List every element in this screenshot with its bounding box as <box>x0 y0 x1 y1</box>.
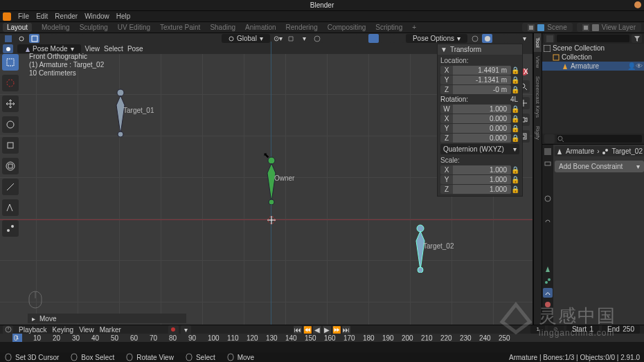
outliner-row-scene[interactable]: Scene Collection <box>542 44 644 53</box>
outliner-editor-icon[interactable] <box>544 34 555 43</box>
outliner-search-input[interactable] <box>557 35 629 42</box>
property-breadcrumb[interactable]: Armature › Target_02 <box>555 146 644 156</box>
outliner-filter-icon[interactable] <box>632 34 642 43</box>
ptab-output-icon[interactable] <box>543 159 553 168</box>
vp-menu-select[interactable]: Select <box>104 45 123 53</box>
shading-solid-btn[interactable] <box>482 34 492 43</box>
tab-animation[interactable]: Animation <box>245 24 276 31</box>
current-frame-input[interactable]: 1 <box>530 325 544 334</box>
transform-field[interactable]: Y1.000🔒 <box>440 175 519 184</box>
tl-menu-marker[interactable]: Marker <box>100 326 121 334</box>
proportional-toggle[interactable] <box>312 34 323 43</box>
tab-add[interactable]: + <box>412 24 416 31</box>
transform-field[interactable]: Z1.000🔒 <box>440 185 519 194</box>
editor-type-icon[interactable] <box>3 34 13 43</box>
start-frame-input[interactable]: Start 1 <box>566 325 599 334</box>
ptab-bone-icon[interactable] <box>543 276 553 286</box>
transform-field[interactable]: Z-0 m🔒 <box>440 85 519 94</box>
add-bone-constraint-dropdown[interactable]: Add Bone Constraint ▾ <box>555 161 644 172</box>
menu-file[interactable]: File <box>18 12 29 20</box>
n-panel-transform-header[interactable]: ▼ Transform <box>438 44 522 55</box>
menu-window[interactable]: Window <box>84 12 109 20</box>
shading-lookdev-icon[interactable] <box>494 34 505 43</box>
lock-icon[interactable]: 🔒 <box>511 125 519 132</box>
transform-field[interactable]: X1.4491 m🔒 <box>440 66 519 75</box>
shading-rendered-icon[interactable] <box>507 34 517 43</box>
ptab-armature-icon[interactable] <box>543 264 553 274</box>
tl-menu-playback[interactable]: Playback <box>19 326 47 334</box>
lock-icon[interactable]: 🔒 <box>511 134 519 142</box>
tab-layout[interactable]: Layout <box>3 23 32 32</box>
transform-field[interactable]: Y-1.1341 m🔒 <box>440 75 519 84</box>
bone-owner[interactable]: Owner <box>262 156 281 205</box>
vis-icons[interactable]: 👤👁 <box>627 62 643 70</box>
properties-editor-icon[interactable] <box>544 134 555 143</box>
cursor-tool-icon[interactable] <box>16 34 26 43</box>
ptab-world-icon[interactable] <box>543 194 553 203</box>
lock-icon[interactable]: 🔒 <box>511 76 519 84</box>
overlay-toggle[interactable] <box>381 34 391 43</box>
timeline-editor-icon[interactable] <box>3 325 13 334</box>
ptab-scene-icon[interactable] <box>543 182 553 192</box>
scene-selector[interactable]: Scene <box>522 23 572 32</box>
timeline-ruler[interactable]: 1 01020304050607080901001101201301401501… <box>0 334 644 342</box>
n-tab-screencast[interactable]: Screencast Keys <box>534 72 542 122</box>
breakdowner-tool[interactable] <box>2 220 19 237</box>
cursor-tool[interactable] <box>2 75 19 91</box>
tab-texturepaint[interactable]: Texture Paint <box>160 24 200 31</box>
last-operator-panel[interactable]: ▸ Move <box>28 314 186 323</box>
properties-search-input[interactable] <box>557 135 642 143</box>
tab-shading[interactable]: Shading <box>210 24 235 31</box>
preview-range-toggle[interactable]: ⊘ <box>548 325 564 334</box>
pose-options-dropdown[interactable]: Pose Options ▾ <box>406 34 467 43</box>
ptab-modifier-icon[interactable] <box>543 217 553 227</box>
autokey-toggle[interactable] <box>168 325 179 334</box>
measure-tool[interactable] <box>2 199 19 216</box>
ptab-physics-icon[interactable] <box>543 241 553 251</box>
keyframe-prev-icon[interactable]: ⏪ <box>303 326 312 334</box>
menu-help[interactable]: Help <box>116 12 131 20</box>
outliner-row-armature[interactable]: Armature 👤👁 <box>542 62 644 71</box>
shading-render-icon[interactable] <box>82 34 92 43</box>
outliner-tree[interactable]: Scene Collection Collection Armature 👤👁 <box>542 44 644 134</box>
lock-icon[interactable]: 🔒 <box>511 66 519 74</box>
bone-target_01[interactable]: Target_01 <box>111 89 130 137</box>
play-icon[interactable]: ▶ <box>323 326 331 334</box>
shading-mat-icon[interactable] <box>69 34 79 43</box>
gizmo-toggle[interactable] <box>368 34 379 43</box>
vp-menu-pose[interactable]: Pose <box>127 45 143 53</box>
orientation-dropdown[interactable]: Global ▾ <box>222 34 270 43</box>
transform-field[interactable]: W1.000🔒 <box>440 105 519 114</box>
snap-toggle[interactable] <box>286 34 296 43</box>
ptab-objconstraint-icon[interactable] <box>543 253 553 262</box>
jump-end-icon[interactable]: ⏭ <box>342 326 350 334</box>
tab-uvediting[interactable]: UV Editing <box>118 24 150 31</box>
lock-icon[interactable]: 🔒 <box>511 166 519 174</box>
lock-icon[interactable]: 🔒 <box>511 176 519 183</box>
ptab-boneconstraint-icon[interactable] <box>543 288 553 298</box>
play-reverse-icon[interactable]: ◀ <box>313 326 321 334</box>
move-tool[interactable] <box>2 96 19 112</box>
ptab-object-icon[interactable] <box>543 206 553 215</box>
tl-menu-view[interactable]: View <box>79 326 94 334</box>
jump-start-icon[interactable]: ⏮ <box>294 326 302 334</box>
lock-icon[interactable]: 🔒 <box>511 105 519 113</box>
transform-field[interactable]: X0.000🔒 <box>440 114 519 123</box>
lock-icon[interactable]: 🔒 <box>511 86 519 93</box>
tab-scripting[interactable]: Scripting <box>375 24 402 31</box>
vp-menu-view[interactable]: View <box>85 45 100 53</box>
3d-viewport[interactable]: Global ▾ ⊙▾ ▾ Pose Options ▾ ▾ <box>0 33 533 325</box>
transform-tool[interactable] <box>2 158 19 174</box>
annotate-tool[interactable] <box>2 179 19 195</box>
transform-field[interactable]: Y0.000🔒 <box>440 124 519 133</box>
shading-dropdown[interactable]: ▾ <box>519 34 530 43</box>
xray-toggle[interactable] <box>393 34 404 43</box>
select-tool[interactable] <box>2 54 19 71</box>
selectability-icon[interactable] <box>356 34 366 43</box>
bone-target_02[interactable]: Target_02 <box>411 224 430 273</box>
ptab-viewlayer-icon[interactable] <box>543 170 553 180</box>
shading-wireframe-icon[interactable] <box>469 34 480 43</box>
viewlayer-selector[interactable]: View Layer <box>577 23 641 32</box>
n-tab-view[interactable]: View <box>534 52 542 72</box>
menu-render[interactable]: Render <box>55 12 78 20</box>
